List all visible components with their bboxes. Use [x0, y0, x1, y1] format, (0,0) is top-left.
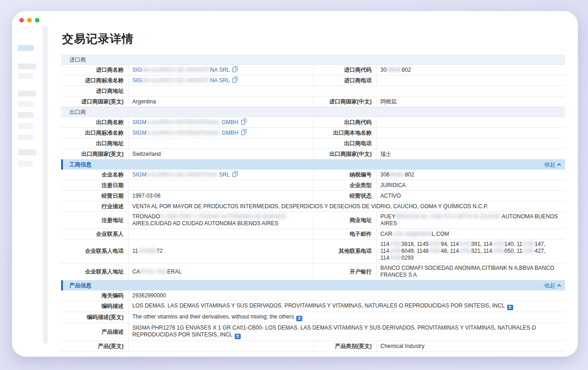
redacted-text: R 2345 PISO 1 CIUDAD AUTONOMA DE BUENOS [160, 213, 286, 220]
translate-icon[interactable] [235, 334, 241, 339]
copy-icon[interactable] [241, 131, 245, 135]
table-row: 出口商地址出口商电话 [61, 138, 565, 149]
table-row: 进口商国家(英文)Argentina进口商国家(中文)阿根廷 [61, 97, 565, 107]
table-row: 出口商国家(英文)Switzerland出口商国家(中文)瑞士 [61, 149, 565, 159]
field-label: 出口商电话 [314, 138, 377, 148]
field-label: 出口商名称 [61, 117, 129, 127]
field-label: 海关编码 [61, 290, 129, 301]
field-value[interactable]: SIGMA ALDRICH DE ARGENTINA SRL [129, 65, 314, 75]
collapse-button[interactable]: 收起 [544, 161, 560, 169]
field-label: 商业地址 [314, 212, 377, 228]
field-label: 企业联系人电话 [61, 239, 129, 263]
table-row: 经营日期1997-03-06经营状态ACTIVO [61, 191, 565, 201]
section-header: 出口商 [61, 107, 565, 117]
table-row: 出口商标准名称SIGMA ALDRICH INTERNATIONAL GMBH出… [61, 128, 565, 138]
field-value: ACTIVO [377, 191, 565, 201]
field-value: 11447633818, 1145476394, 1144763391, 114… [377, 239, 565, 263]
collapse-label: 收起 [544, 161, 555, 169]
field-label: 企业类型 [314, 180, 377, 190]
field-value [377, 128, 565, 138]
table-row: 产品(英文)产品类别(英文)Chemical Industry [61, 341, 565, 352]
redacted-text: A ALDRICH DE ARGENTINA [147, 171, 218, 178]
redacted-text: A ALDRICH INTERNATIONAL [147, 119, 220, 125]
redacted-text: 476385 [138, 248, 156, 254]
field-label: 开户银行 [314, 263, 377, 280]
copy-icon[interactable] [232, 68, 236, 72]
field-label: 其他联系电话 [314, 239, 377, 263]
table-row: 企业联系人地址CAPITAL FEDERAL开户银行BANCO COMAFI S… [61, 263, 565, 280]
field-value [129, 180, 314, 190]
field-value: SIGMA PHR1276 1G ENVASES X 1 GR CA01-CB0… [129, 323, 565, 341]
field-value[interactable]: SIGMA ALDRICH DE ARGENTINA SRL [129, 75, 314, 85]
section-title: 进口商 [69, 56, 86, 64]
redacted-text: 4763 [459, 248, 471, 254]
field-value: 30695481802 [377, 170, 565, 180]
field-value[interactable]: SIGMA ALDRICH DE ARGENTINA SRL [129, 170, 314, 180]
sidebar-skeleton-item [18, 73, 33, 79]
field-value: CARLOS.AB@GMAIL.COM [377, 229, 565, 239]
table-row: 企业联系人电子邮件CARLOS.AB@GMAIL.COM [61, 229, 565, 239]
copy-icon[interactable] [241, 120, 245, 125]
field-label: 注册地址 [61, 212, 129, 228]
field-value[interactable]: SIGMA ALDRICH INTERNATIONAL GMBH [129, 128, 314, 138]
translate-icon[interactable] [507, 305, 513, 310]
field-label: 产品描述 [61, 323, 129, 341]
field-label: 行业描述 [61, 201, 129, 211]
redacted-text: MA ALDRICH DE ARGENTI [142, 77, 210, 84]
redacted-text: 69548 [386, 67, 401, 73]
field-value [377, 117, 565, 127]
field-label: 进口商名称 [61, 65, 129, 75]
field-value[interactable]: SIGMA ALDRICH INTERNATIONAL GMBH [129, 117, 314, 127]
field-value: 3069548802 [377, 65, 565, 75]
copy-icon[interactable] [232, 78, 236, 83]
sidebar-skeleton-item [18, 101, 33, 107]
field-label: 企业联系人 [61, 229, 129, 239]
field-label: 出口商国家(英文) [61, 149, 129, 159]
redacted-text: LOS.AB@GMAI [392, 231, 431, 237]
field-value [129, 229, 314, 239]
page-title: 交易记录详情 [62, 31, 565, 46]
collapse-button[interactable]: 收起 [544, 282, 560, 290]
field-label: 出口商国家(中文) [314, 149, 377, 159]
redacted-text: RREDON AV. 2446 PS 5 DPTO B CIUDAD [396, 213, 501, 220]
field-value: 1147638572 [129, 239, 314, 263]
redacted-text: 4763 [389, 248, 401, 254]
table-row: 产品描述SIGMA PHR1276 1G ENVASES X 1 GR CA01… [61, 323, 565, 341]
redacted-text: 4763 [389, 241, 401, 247]
sidebar-item-active[interactable] [18, 45, 34, 51]
table-row: 企业名称SIGMA ALDRICH DE ARGENTINA SRL纳税编号30… [61, 170, 565, 180]
field-label: 经营状态 [314, 191, 377, 201]
table-row: 出口商名称SIGMA ALDRICH INTERNATIONAL GMBH出口商… [61, 117, 565, 128]
field-value: 瑞士 [377, 149, 565, 159]
table-row: 进口商地址 [61, 86, 565, 97]
section-header: 工商信息收起 [61, 159, 565, 170]
field-value [129, 86, 565, 96]
section-title: 产品信息 [69, 282, 91, 290]
field-label: 纳税编号 [314, 170, 377, 180]
table-row: 注册地址TRONADOR 2345 PISO 1 CIUDAD AUTONOMA… [61, 212, 565, 229]
scrollbar[interactable] [43, 26, 48, 344]
redacted-text: 4763 [389, 255, 401, 261]
chevron-up-icon [557, 163, 561, 167]
redacted-text: PITAL FED [140, 268, 167, 275]
field-label: 出口商本地名称 [314, 128, 377, 138]
chevron-up-icon [557, 284, 561, 288]
field-label: 出口商地址 [61, 138, 129, 148]
field-label: 出口商代码 [314, 117, 377, 127]
table-row: 编码描述LOS DEMAS. LAS DEMAS VITAMINAS Y SUS… [61, 301, 565, 312]
copy-icon[interactable] [232, 172, 236, 177]
translate-icon[interactable] [296, 316, 302, 321]
field-value [377, 75, 565, 85]
redacted-text: 4763 [429, 241, 441, 247]
table-row: 注册日期企业类型JURIDICA [61, 180, 565, 191]
redacted-text: 4763 [459, 241, 471, 247]
section-header: 进口商 [61, 55, 565, 65]
field-value: LOS DEMAS. LAS DEMAS VITAMINAS Y SUS DER… [129, 301, 565, 312]
section-header: 产品信息收起 [61, 280, 565, 290]
table-row: 进口商名称SIGMA ALDRICH DE ARGENTINA SRL进口商代码… [61, 65, 565, 75]
field-value: TRONADOR 2345 PISO 1 CIUDAD AUTONOMA DE … [129, 212, 314, 228]
redacted-text: MA ALDRICH DE ARGENTI [142, 67, 210, 73]
field-value: 29362990000 [129, 290, 565, 301]
field-value: PUEYRREDON AV. 2446 PS 5 DPTO B CIUDAD A… [377, 212, 565, 228]
redacted-text: 4763 [492, 241, 504, 247]
